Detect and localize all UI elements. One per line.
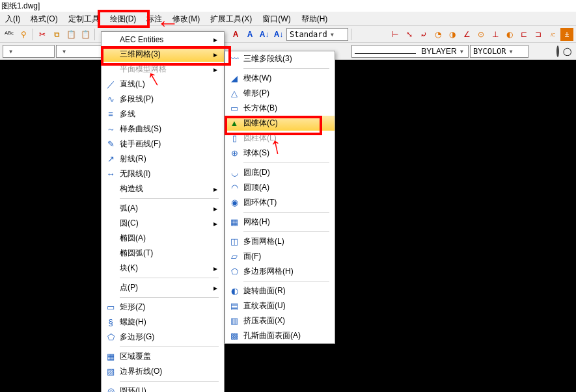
link-icon[interactable]: ⚲	[17, 28, 30, 41]
linetype-dropdown[interactable]: BYLAYER	[351, 45, 469, 58]
mesh-submenu-item[interactable]: 〰三维多段线(3)	[225, 51, 335, 66]
paste-special-icon[interactable]: 📋	[79, 28, 92, 41]
mesh-submenu-item[interactable]: ▯圆柱体(L)	[225, 131, 335, 146]
mesh-submenu-item[interactable]: ◠圆顶(A)	[225, 180, 335, 195]
mesh-submenu-item[interactable]: ◢楔体(W)	[225, 71, 335, 86]
menu-window[interactable]: 窗口(W)	[257, 12, 295, 26]
menu-item-label: 无限线(I)	[120, 168, 219, 179]
menu-custom-tools[interactable]: 定制工具	[63, 12, 105, 26]
mesh-submenu-item[interactable]: ▱面(F)	[225, 249, 335, 264]
dim-baseline-icon[interactable]: ⊏	[517, 28, 530, 41]
dim-aligned-icon[interactable]: ⤡	[403, 28, 416, 41]
menu-help[interactable]: 帮助(H)	[296, 12, 333, 26]
menu-item-icon	[102, 47, 120, 62]
mesh-submenu-item[interactable]: ⊕球体(S)	[225, 146, 335, 161]
mesh-submenu-item[interactable]: ◐旋转曲面(R)	[225, 283, 335, 298]
draw-menu-item[interactable]: 三维网格(3)▸	[102, 47, 224, 62]
draw-menu-item[interactable]: ◎圆环(U)	[102, 384, 224, 392]
text-c-icon[interactable]: A↓	[258, 28, 271, 41]
draw-menu-item[interactable]: ⬠多边形(G)	[102, 330, 224, 345]
draw-menu-item[interactable]: AEC Entities▸	[102, 32, 224, 47]
draw-menu-item[interactable]: ✎徒手画线(F)	[102, 137, 224, 151]
menu-modify[interactable]: 修改(M)	[167, 12, 205, 26]
mesh-submenu-item[interactable]: ▭长方体(B)	[225, 101, 335, 116]
menu-item-icon: ▭	[102, 300, 120, 315]
menu-item-icon: ▯	[225, 131, 243, 146]
draw-menu-item[interactable]: ▨边界折线(O)	[102, 364, 224, 379]
draw-menu-item[interactable]: 块(K)▸	[102, 261, 224, 276]
copy-icon[interactable]: ⧉	[50, 28, 63, 41]
dim-leader-icon[interactable]: ⟈	[546, 28, 559, 41]
draw-menu-item[interactable]: 椭圆(A)	[102, 231, 224, 246]
dim-angle-icon[interactable]: ∠	[460, 28, 473, 41]
menu-item-label: 直线(L)	[120, 79, 219, 90]
dim-radius-icon[interactable]: ◔	[432, 28, 445, 41]
menu-item-icon: ✎	[102, 137, 120, 151]
menu-extended-tools[interactable]: 扩展工具(X)	[205, 12, 257, 26]
layer-dropdown[interactable]	[3, 45, 55, 58]
menu-item-icon: ◢	[225, 71, 243, 86]
mesh-submenu-item[interactable]: ▦网格(H)	[225, 215, 335, 229]
text-style-dropdown[interactable]: Standard	[286, 28, 348, 41]
mesh-submenu-item[interactable]: ◫多面网格(L)	[225, 234, 335, 249]
mesh-submenu-item[interactable]: ▥挤压表面(X)	[225, 313, 335, 328]
menu-item-icon: ⬠	[225, 264, 243, 279]
menu-item-label: 圆底(D)	[243, 167, 329, 178]
menu-separator	[243, 281, 329, 281]
menu-item-label: AEC Entities	[120, 35, 212, 44]
submenu-arrow-icon: ▸	[212, 50, 219, 59]
menu-item-icon: ≡	[102, 107, 120, 122]
mesh-submenu-item[interactable]: ▲圆锥体(C)	[225, 116, 335, 131]
ellipse-tool-icon[interactable]: ◯	[560, 45, 573, 58]
dim-ordinate-icon[interactable]: ⊥	[489, 28, 502, 41]
color-dropdown[interactable]: BYCOLOR	[470, 45, 528, 58]
dim-tolerance-icon[interactable]: ±	[560, 28, 573, 41]
menu-item-icon: ◐	[225, 283, 243, 298]
mesh-submenu-item[interactable]: ◉圆环体(T)	[225, 195, 335, 210]
menu-insert[interactable]: 入(I)	[0, 12, 25, 26]
draw-menu-item[interactable]: ／直线(L)	[102, 77, 224, 92]
menu-item-label: 三维多段线(3)	[243, 53, 329, 64]
mesh-submenu-item[interactable]: ⬠多边形网格(H)	[225, 264, 335, 279]
menu-draw[interactable]: 绘图(D)	[105, 12, 142, 26]
draw-menu-item[interactable]: 构造线▸	[102, 181, 224, 196]
text-d-icon[interactable]: A↓	[272, 28, 285, 41]
dim-arc-icon[interactable]: ⤾	[417, 28, 430, 41]
draw-menu-item[interactable]: §螺旋(H)	[102, 315, 224, 330]
draw-menu-item[interactable]: 椭圆弧(T)	[102, 246, 224, 261]
draw-menu-item[interactable]: ▭矩形(Z)	[102, 300, 224, 315]
draw-menu-item[interactable]: 平面模型网格▸	[102, 62, 224, 77]
mesh-submenu-item[interactable]: ▩孔斯曲面表面(A)	[225, 328, 335, 343]
text-b-icon[interactable]: A	[243, 28, 256, 41]
paste-icon[interactable]: 📋	[64, 28, 77, 41]
circle-ring-icon[interactable]	[556, 47, 559, 56]
cut-icon[interactable]: ✂	[36, 28, 49, 41]
menu-separator	[120, 297, 219, 298]
menu-dimension[interactable]: 标注	[141, 12, 167, 26]
menu-format[interactable]: 格式(O)	[25, 12, 62, 26]
menu-item-label: 多段线(P)	[120, 94, 219, 105]
draw-menu-item[interactable]: ↔无限线(I)	[102, 166, 224, 181]
draw-menu-item[interactable]: ▦区域覆盖	[102, 349, 224, 364]
lineweight-dropdown[interactable]	[56, 45, 102, 58]
spell-icon[interactable]: ᴬᴮᶜ	[3, 28, 16, 41]
text-a-icon[interactable]: A	[229, 28, 242, 41]
draw-menu-item[interactable]: ∿多段线(P)	[102, 92, 224, 107]
menu-item-icon: △	[225, 86, 243, 101]
draw-menu-item[interactable]: 圆(C)▸	[102, 216, 224, 231]
menu-item-icon: ↗	[102, 151, 120, 166]
dim-jog-icon[interactable]: ◐	[503, 28, 516, 41]
mesh-submenu-item[interactable]: △锥形(P)	[225, 86, 335, 101]
draw-menu-item[interactable]: 弧(A)▸	[102, 201, 224, 216]
dim-diameter-icon[interactable]: ◑	[446, 28, 459, 41]
menu-item-icon	[102, 32, 120, 47]
mesh-submenu-item[interactable]: ▤直纹表面(U)	[225, 298, 335, 313]
draw-menu-item[interactable]: ↗射线(R)	[102, 151, 224, 166]
draw-menu-item[interactable]: ～样条曲线(S)	[102, 122, 224, 137]
dim-linear-icon[interactable]: ⊢	[389, 28, 402, 41]
draw-menu-item[interactable]: 点(P)▸	[102, 280, 224, 295]
mesh-submenu-item[interactable]: ◡圆底(D)	[225, 165, 335, 180]
dim-center-icon[interactable]: ⊙	[474, 28, 487, 41]
dim-continue-icon[interactable]: ⊐	[532, 28, 545, 41]
draw-menu-item[interactable]: ≡多线	[102, 107, 224, 122]
